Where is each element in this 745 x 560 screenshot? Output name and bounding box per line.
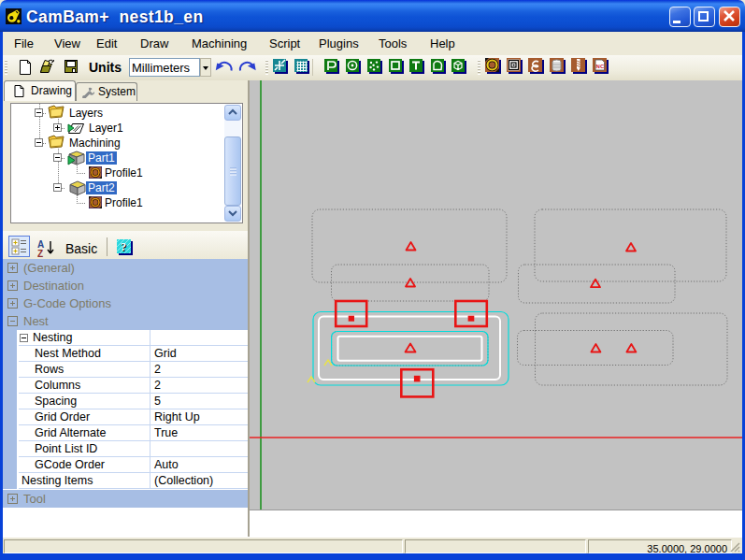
svg-text:Z: Z <box>37 249 43 258</box>
svg-text:?: ? <box>121 240 126 253</box>
svg-text:NC: NC <box>596 64 605 69</box>
